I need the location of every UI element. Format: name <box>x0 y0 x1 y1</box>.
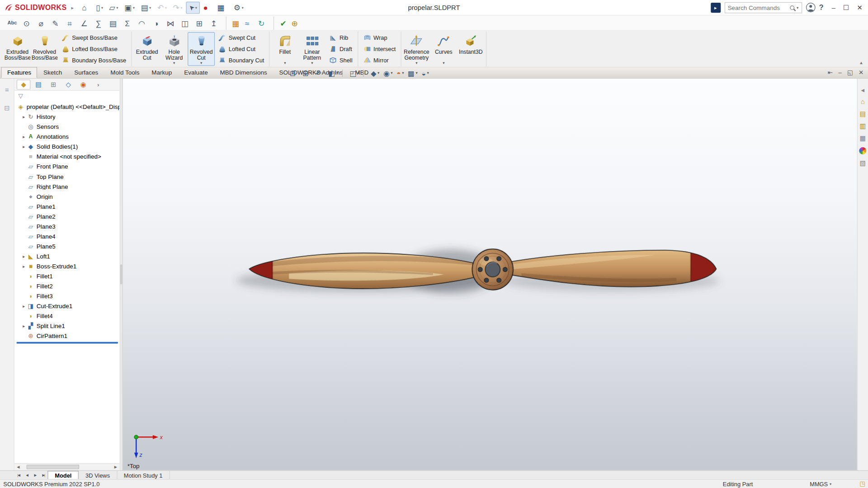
sw-command-badge-icon[interactable]: ▸ <box>711 3 721 13</box>
tree-item[interactable]: ▸ ◗ Fillet1 <box>14 271 120 281</box>
document-tab[interactable]: Model <box>47 471 79 479</box>
dropdown-arrow-icon[interactable]: ▾ <box>311 61 313 66</box>
tree-item[interactable]: ▸ A Annotations <box>14 131 120 141</box>
tree-item[interactable]: ▸ ▞ Split Line1 <box>14 321 120 331</box>
close-doc-icon[interactable]: ✕ <box>859 69 863 76</box>
propeller-model[interactable] <box>123 79 857 470</box>
tool-button[interactable]: ⊙ <box>20 16 33 29</box>
dropdown-arrow-icon[interactable]: ▾ <box>377 71 379 75</box>
command-tab[interactable]: Surfaces <box>68 67 104 78</box>
tool-button[interactable]: ⊞ <box>193 16 206 29</box>
toolbar-button[interactable]: ⚙ ▾ <box>231 1 246 14</box>
menu-expand-icon[interactable]: ▸ <box>71 5 74 10</box>
collapsed-panel-icon[interactable]: ≡ <box>5 86 9 94</box>
toolbar-button[interactable]: ➤ ▾ <box>186 1 200 14</box>
scrollbar-thumb[interactable] <box>27 465 79 469</box>
tool-button[interactable]: ∑ <box>92 16 105 29</box>
headsup-button[interactable]: ⊞ ▾ <box>302 70 311 77</box>
dropdown-arrow-icon[interactable]: ▾ <box>173 61 175 66</box>
headsup-button[interactable]: ⊡ ▾ <box>289 70 298 77</box>
sw-resources-icon[interactable]: ⌂ <box>861 99 865 105</box>
tab-scroll-button[interactable]: ▶ <box>31 473 39 477</box>
dropdown-arrow-icon[interactable]: ▾ <box>830 482 831 486</box>
view-palette-icon[interactable]: ▦ <box>859 135 866 142</box>
close-icon[interactable]: ✕ <box>857 4 862 11</box>
frozen-bar-icon[interactable]: ⊟ <box>4 104 9 112</box>
document-tab[interactable]: 3D Views <box>79 471 117 479</box>
tree-item[interactable]: ▸ ▱ Plane3 <box>14 221 120 231</box>
tree-item[interactable]: ▸ ◣ Loft1 <box>14 251 120 261</box>
tab-scroll-button[interactable]: ▶| <box>39 473 47 477</box>
tool-button[interactable]: ✔ <box>274 16 287 29</box>
command-tab[interactable]: Markup <box>146 67 178 78</box>
headsup-button[interactable]: ◧ ▾ <box>328 70 338 77</box>
maximize-icon[interactable]: ☐ <box>843 4 849 11</box>
panel-tab[interactable]: › <box>91 80 105 89</box>
tool-button[interactable]: ◑ <box>150 16 163 29</box>
ribbon-button[interactable]: Revolved Boss/Base ▾ <box>31 32 58 66</box>
headsup-button[interactable]: ◉ ▾ <box>383 70 393 77</box>
appearances-icon[interactable] <box>859 147 866 155</box>
tool-button[interactable]: ◠ <box>135 16 148 29</box>
expand-arrow-icon[interactable]: ▸ <box>21 134 27 139</box>
tree-item[interactable]: ▸ ⌖ Origin <box>14 192 120 202</box>
ribbon-button[interactable]: Linear Pattern ▾ <box>298 32 326 66</box>
search-input[interactable] <box>728 4 788 11</box>
dropdown-arrow-icon[interactable]: ▾ <box>402 71 404 75</box>
tree-item[interactable]: ▸ ◆ Solid Bodies(1) <box>14 141 120 151</box>
expand-arrow-icon[interactable]: ▸ <box>21 114 27 119</box>
panel-tab[interactable]: ◉ <box>76 80 90 89</box>
dropdown-arrow-icon[interactable]: ▾ <box>391 71 392 75</box>
tree-item[interactable]: ▸ ▱ Right Plane <box>14 182 120 192</box>
ribbon-button[interactable]: Reference Geometry ▾ <box>403 32 430 66</box>
tree-item[interactable]: ▸ ◎ Sensors <box>14 122 120 131</box>
dropdown-arrow-icon[interactable]: ▾ <box>797 5 798 10</box>
tree-item[interactable]: ▸ ↻ History <box>14 112 120 122</box>
tree-item[interactable]: ▸ ◗ Fillet2 <box>14 281 120 291</box>
dropdown-arrow-icon[interactable]: ▾ <box>200 61 202 66</box>
dropdown-arrow-icon[interactable]: ▾ <box>336 71 338 75</box>
scroll-right-icon[interactable]: ▶ <box>112 464 119 471</box>
pane-dock-icon[interactable]: ⇤ <box>828 69 833 76</box>
tree-item[interactable]: ▸ ▱ Front Plane <box>14 162 120 172</box>
headsup-button[interactable]: ◆ ▾ <box>371 70 379 77</box>
filter-funnel-icon[interactable]: ▽ <box>18 92 23 99</box>
scroll-left-icon[interactable]: ◀ <box>14 464 22 471</box>
tree-item[interactable]: ▸ ◨ Cut-Extrude1 <box>14 301 120 311</box>
dropdown-arrow-icon[interactable]: ▾ <box>180 5 182 10</box>
tree-item[interactable]: ▸ ▱ Plane2 <box>14 211 120 221</box>
headsup-button[interactable]: ◰ ▾ <box>349 70 359 77</box>
tree-item[interactable]: ▸ ≡ Material <not specified> <box>14 152 120 162</box>
panel-tab[interactable]: ◆ <box>17 80 31 89</box>
panel-horizontal-scrollbar[interactable]: ◀ ▶ <box>14 463 120 470</box>
expand-arrow-icon[interactable]: ▸ <box>21 324 27 328</box>
panel-tab[interactable]: ▤ <box>32 80 46 89</box>
expand-arrow-icon[interactable]: ▸ <box>21 304 27 309</box>
status-tag-icon[interactable]: ◳ <box>859 480 865 488</box>
minimize-doc-icon[interactable]: – <box>838 69 842 76</box>
expand-arrow-icon[interactable]: ▸ <box>21 263 27 268</box>
toolbar-button[interactable]: ↷ ▾ <box>170 1 185 14</box>
ribbon-button[interactable]: Extruded Cut ▾ <box>133 32 160 66</box>
headsup-button[interactable]: ▾ <box>342 70 346 77</box>
document-tab[interactable]: Motion Study 1 <box>117 471 170 479</box>
ribbon-button[interactable]: Instant3D ▾ <box>457 32 484 66</box>
panel-splitter[interactable] <box>119 79 123 470</box>
headsup-button[interactable]: ◒ ▾ <box>421 70 429 77</box>
ribbon-button-small[interactable]: Shell <box>327 55 355 66</box>
ribbon-collapse-icon[interactable]: ▴ <box>860 60 863 65</box>
tool-button[interactable]: Abc <box>5 16 19 29</box>
toolbar-button[interactable]: ↶ ▾ <box>155 1 170 14</box>
tree-item[interactable]: ▸ ◗ Fillet3 <box>14 291 120 301</box>
ribbon-button[interactable]: Hole Wizard ▾ <box>160 32 188 66</box>
feature-tree-root[interactable]: ◈ propelar (Default) <<Default>_Display … <box>14 102 120 112</box>
ribbon-button[interactable]: Revolved Cut ▾ <box>188 32 215 66</box>
command-tab[interactable]: Sketch <box>38 67 68 78</box>
dropdown-arrow-icon[interactable]: ▾ <box>416 71 418 75</box>
toolbar-button[interactable]: ▯ ▾ <box>93 1 106 14</box>
headsup-button[interactable]: ◓ ▾ <box>396 70 404 77</box>
tool-button[interactable]: ◫ <box>178 16 191 29</box>
custom-properties-icon[interactable]: ▧ <box>859 160 866 167</box>
design-library-icon[interactable]: ▤ <box>859 111 866 117</box>
tool-button[interactable]: ⋈ <box>164 16 177 29</box>
